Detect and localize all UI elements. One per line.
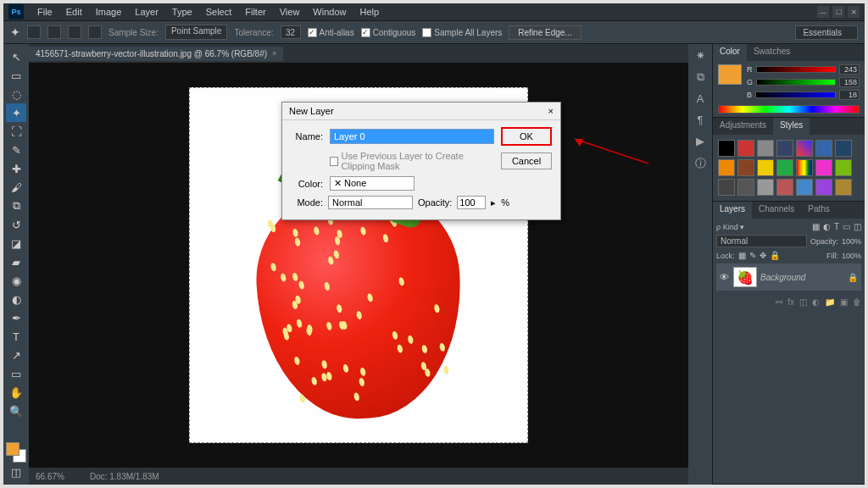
menu-type[interactable]: Type — [165, 7, 199, 17]
history-brush-tool-icon[interactable]: ↺ — [6, 215, 26, 234]
actions-panel-icon[interactable]: ▶ — [696, 135, 704, 147]
g-value[interactable]: 158 — [839, 77, 860, 87]
mask-icon[interactable]: ◫ — [799, 297, 807, 307]
para-panel-icon[interactable]: ¶ — [698, 114, 704, 126]
char-panel-icon[interactable]: A — [697, 92, 704, 105]
blend-mode-select[interactable]: Normal — [716, 235, 807, 247]
opacity-flyout-icon[interactable]: ▸ — [491, 197, 496, 208]
color-select[interactable]: ✕ None — [330, 176, 415, 191]
style-swatch[interactable] — [835, 159, 852, 176]
menu-layer[interactable]: Layer — [128, 7, 165, 17]
gradient-tool-icon[interactable]: ▰ — [6, 252, 26, 271]
stamp-tool-icon[interactable]: ⧉ — [6, 197, 26, 215]
tab-layers[interactable]: Layers — [713, 202, 752, 219]
hand-tool-icon[interactable]: ✋ — [6, 383, 26, 402]
filter-smart-icon[interactable]: ◫ — [854, 222, 861, 231]
tab-channels[interactable]: Channels — [752, 202, 801, 219]
blur-tool-icon[interactable]: ◉ — [6, 271, 26, 290]
healing-tool-icon[interactable]: ✚ — [6, 159, 26, 178]
dlg-opacity-input[interactable] — [457, 196, 486, 209]
menu-edit[interactable]: Edit — [59, 7, 89, 17]
layer-name-input[interactable]: Layer 0 — [330, 129, 494, 144]
eyedropper-tool-icon[interactable]: ✎ — [6, 141, 26, 159]
workspace-switcher[interactable]: Essentials — [795, 25, 858, 40]
style-swatch[interactable] — [815, 179, 832, 196]
style-swatch[interactable] — [815, 159, 832, 176]
tolerance-input[interactable] — [281, 25, 301, 39]
selection-mode-add-icon[interactable] — [47, 25, 61, 39]
selection-mode-subtract-icon[interactable] — [68, 25, 81, 39]
lock-trans-icon[interactable]: ▦ — [738, 251, 746, 260]
selection-mode-intersect-icon[interactable] — [88, 25, 102, 39]
layer-row-background[interactable]: 👁 🍓 Background 🔒 — [716, 263, 861, 291]
fill-value[interactable]: 100% — [842, 252, 861, 260]
marquee-tool-icon[interactable]: ▭ — [6, 66, 26, 85]
dodge-tool-icon[interactable]: ◐ — [6, 290, 26, 308]
style-swatch[interactable] — [757, 140, 774, 157]
style-swatch[interactable] — [796, 140, 813, 157]
magic-wand-tool-icon[interactable]: ✦ — [6, 103, 26, 122]
style-swatch[interactable] — [796, 179, 813, 196]
shape-tool-icon[interactable]: ▭ — [6, 364, 26, 383]
restore-button[interactable]: ☐ — [832, 6, 844, 18]
refine-edge-button[interactable]: Refine Edge... — [509, 25, 581, 40]
lasso-tool-icon[interactable]: ◌ — [6, 85, 26, 103]
style-swatch[interactable] — [776, 179, 793, 196]
visibility-icon[interactable]: 👁 — [720, 272, 730, 282]
b-value[interactable]: 18 — [839, 90, 860, 100]
eraser-tool-icon[interactable]: ◪ — [6, 234, 26, 252]
zoom-level[interactable]: 66.67% — [36, 472, 64, 481]
tab-paths[interactable]: Paths — [801, 202, 837, 219]
layer-thumbnail[interactable]: 🍓 — [733, 267, 757, 287]
style-swatch[interactable] — [796, 159, 813, 176]
cancel-button[interactable]: Cancel — [501, 152, 552, 169]
mode-select[interactable]: Normal — [328, 196, 413, 209]
filter-pixel-icon[interactable]: ▦ — [812, 222, 820, 231]
style-swatch[interactable] — [835, 179, 852, 196]
tab-swatches[interactable]: Swatches — [747, 44, 797, 61]
style-swatch[interactable] — [835, 140, 852, 157]
history-panel-icon[interactable]: ✷ — [696, 49, 705, 62]
type-tool-icon[interactable]: T — [6, 327, 26, 346]
filter-shape-icon[interactable]: ▭ — [843, 222, 850, 231]
dialog-close-icon[interactable]: × — [548, 106, 554, 116]
brush-panel-icon[interactable]: ⧉ — [697, 70, 704, 84]
menu-window[interactable]: Window — [306, 7, 353, 17]
crop-tool-icon[interactable]: ⛶ — [6, 122, 26, 141]
ok-button[interactable]: OK — [501, 127, 552, 146]
style-swatch[interactable] — [776, 140, 793, 157]
current-color-swatch[interactable] — [718, 64, 742, 85]
filter-adj-icon[interactable]: ◐ — [823, 222, 831, 231]
menu-view[interactable]: View — [273, 7, 307, 17]
style-swatch[interactable] — [718, 140, 735, 157]
r-slider[interactable] — [756, 66, 837, 73]
contiguous-checkbox[interactable]: Contiguous — [361, 28, 416, 37]
style-swatch[interactable] — [815, 140, 832, 157]
sample-size-select[interactable]: Point Sample — [165, 25, 227, 40]
menu-image[interactable]: Image — [89, 7, 129, 17]
g-slider[interactable] — [756, 79, 836, 86]
style-swatch[interactable] — [737, 179, 754, 196]
menu-file[interactable]: File — [31, 7, 59, 17]
fx-icon[interactable]: fx — [787, 297, 794, 307]
style-swatch[interactable] — [737, 140, 754, 157]
minimize-button[interactable]: — — [817, 6, 829, 18]
lock-paint-icon[interactable]: ✎ — [749, 251, 756, 260]
foreground-swatch[interactable] — [6, 442, 19, 456]
path-tool-icon[interactable]: ↗ — [6, 346, 26, 364]
group-icon[interactable]: 📁 — [825, 297, 835, 307]
b-slider[interactable] — [755, 92, 836, 98]
style-swatch[interactable] — [776, 159, 793, 176]
zoom-tool-icon[interactable]: 🔍 — [6, 402, 26, 420]
close-button[interactable]: ✕ — [848, 6, 860, 18]
delete-layer-icon[interactable]: 🗑 — [853, 297, 861, 307]
pen-tool-icon[interactable]: ✒ — [6, 308, 26, 327]
tab-styles[interactable]: Styles — [773, 118, 810, 135]
style-swatch[interactable] — [718, 179, 735, 196]
new-layer-icon[interactable]: ▣ — [840, 297, 848, 307]
menu-filter[interactable]: Filter — [238, 7, 272, 17]
style-swatch[interactable] — [718, 159, 735, 176]
menu-help[interactable]: Help — [353, 7, 386, 17]
filter-type-icon[interactable]: T — [834, 222, 839, 231]
hue-strip[interactable] — [718, 105, 860, 114]
